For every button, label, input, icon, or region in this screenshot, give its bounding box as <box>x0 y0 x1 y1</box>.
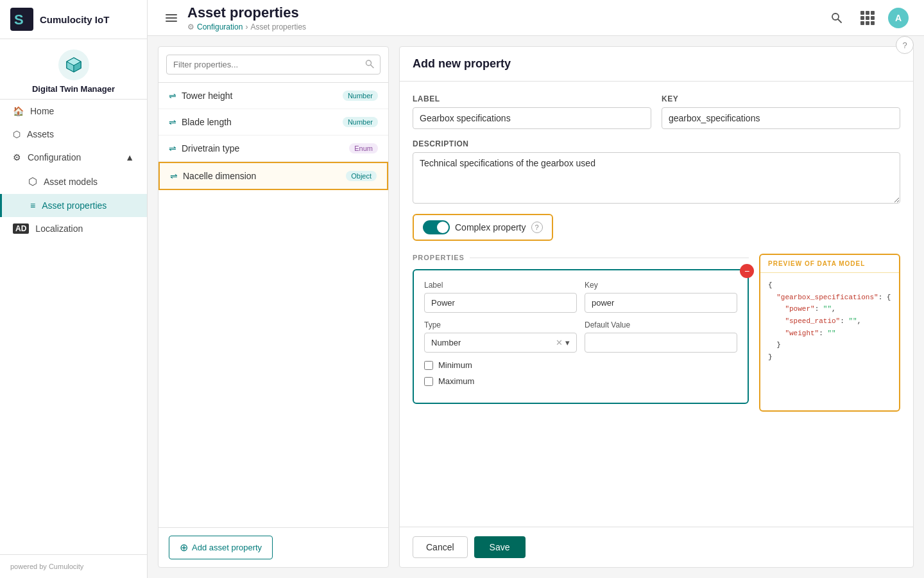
prop-item-name: Nacelle dimension <box>183 171 256 181</box>
card-type-label: Type <box>424 320 577 329</box>
sidebar-nav: 🏠 Home ⬡ Assets ⚙ Configuration ▲ ⬡ Asse… <box>0 100 147 240</box>
home-icon: 🏠 <box>13 106 24 116</box>
menu-icon[interactable] <box>163 12 180 24</box>
prop-item-name: Drivetrain type <box>182 143 239 153</box>
key-group: Key <box>662 94 900 129</box>
prop-item-icon: ⇌ <box>169 91 176 101</box>
card-default-group: Default Value <box>585 320 737 353</box>
filter-wrap <box>166 55 381 74</box>
prop-type-badge: Object <box>346 171 377 181</box>
remove-property-button[interactable]: − <box>740 264 754 278</box>
brand-logo: S <box>10 8 33 31</box>
card-default-label: Default Value <box>585 320 737 329</box>
filter-row <box>158 47 388 83</box>
prop-item-icon: ⇌ <box>170 171 178 181</box>
minimum-label: Minimum <box>438 360 472 370</box>
svg-line-9 <box>371 65 374 68</box>
prop-item-icon: ⇌ <box>169 143 176 153</box>
locale-icon: AD <box>13 223 29 234</box>
card-type-default-row: Type Number ✕ ▾ Default Value <box>424 320 737 353</box>
card-key-field-label: Key <box>585 281 737 290</box>
chevron-up-icon: ▲ <box>125 152 134 162</box>
props-icon: ≡ <box>30 200 35 211</box>
minimum-checkbox[interactable] <box>424 361 433 370</box>
label-field-label: Label <box>413 94 651 103</box>
save-button[interactable]: Save <box>474 536 526 558</box>
properties-form: PROPERTIES − Label Key <box>413 254 749 412</box>
prop-item-name: Tower height <box>182 91 232 101</box>
add-asset-property-button[interactable]: ⊕ Add asset property <box>169 536 273 559</box>
preview-code: { "gearbox_specifications": { "power": "… <box>760 273 899 370</box>
prop-item-icon: ⇌ <box>169 117 176 127</box>
grid-menu-button[interactable] <box>857 8 878 28</box>
complex-property-help-icon[interactable]: ? <box>531 222 543 233</box>
topbar-title-area: Asset properties ⚙ Configuration › Asset… <box>187 4 306 31</box>
list-item[interactable]: ⇌ Blade length Number <box>158 109 388 136</box>
main-area: Asset properties ⚙ Configuration › Asset… <box>148 0 924 578</box>
property-list: ⇌ Tower height Number ⇌ Blade length Num… <box>158 83 388 527</box>
sidebar-item-assets[interactable]: ⬡ Assets <box>0 123 147 146</box>
card-type-select[interactable]: Number ✕ ▾ <box>424 333 577 353</box>
svg-text:S: S <box>14 12 24 28</box>
complex-property-label: Complex property <box>455 222 526 232</box>
cube-icon <box>65 56 83 74</box>
type-chevron-down-icon[interactable]: ▾ <box>565 338 570 347</box>
maximum-checkbox[interactable] <box>424 377 433 386</box>
card-type-group: Type Number ✕ ▾ <box>424 320 577 353</box>
page-title: Asset properties <box>187 4 306 21</box>
svg-line-7 <box>838 19 841 22</box>
topbar-icons: A <box>826 8 909 28</box>
card-default-input[interactable] <box>585 333 737 353</box>
user-avatar[interactable]: A <box>888 8 909 28</box>
breadcrumb-config-link[interactable]: Configuration <box>197 22 243 31</box>
help-button[interactable]: ? <box>896 36 914 54</box>
complex-property-row: Complex property ? <box>413 214 900 241</box>
right-panel: Add new property Label Key <box>399 46 914 568</box>
card-label-input[interactable] <box>424 293 577 313</box>
sidebar-item-configuration[interactable]: ⚙ Configuration ▲ <box>0 146 147 169</box>
plus-icon: ⊕ <box>180 541 188 554</box>
filter-input[interactable] <box>166 55 381 74</box>
properties-container: PROPERTIES − Label Key <box>413 254 900 412</box>
models-icon: ⬡ <box>28 175 37 188</box>
assets-icon: ⬡ <box>13 129 21 139</box>
sidebar-item-home[interactable]: 🏠 Home <box>0 100 147 123</box>
filter-search-icon <box>365 59 374 70</box>
brand-name: Cumulocity IoT <box>40 14 109 25</box>
maximum-label: Maximum <box>438 376 474 386</box>
cancel-button[interactable]: Cancel <box>413 536 468 558</box>
label-input[interactable] <box>413 107 651 129</box>
description-row: Description Technical specifications of … <box>413 139 900 204</box>
list-item[interactable]: ⇌ Tower height Number <box>158 83 388 109</box>
sidebar-header: S Cumulocity IoT <box>0 0 147 39</box>
search-icon <box>831 12 843 24</box>
card-key-input[interactable] <box>585 293 737 313</box>
description-label: Description <box>413 139 900 148</box>
breadcrumb-current: Asset properties <box>250 22 306 31</box>
card-label-key-row: Label Key <box>424 281 737 313</box>
list-item[interactable]: ⇌ Drivetrain type Enum <box>158 136 388 162</box>
prop-item-name: Blade length <box>182 117 232 127</box>
description-textarea[interactable]: Technical specifications of the gearbox … <box>413 152 900 204</box>
sidebar-item-asset-properties[interactable]: ≡ Asset properties <box>0 194 147 217</box>
complex-property-toggle[interactable] <box>423 220 450 234</box>
complex-property-toggle-box: Complex property ? <box>413 214 553 241</box>
right-panel-footer: Cancel Save <box>400 527 913 567</box>
sidebar-item-label-models: Asset models <box>44 177 98 187</box>
grid-icon <box>860 11 875 25</box>
right-panel-header: Add new property <box>400 47 913 82</box>
description-group: Description Technical specifications of … <box>413 139 900 204</box>
config-icon: ⚙ <box>13 152 21 162</box>
gear-breadcrumb-icon: ⚙ <box>187 22 194 31</box>
type-clear-icon[interactable]: ✕ <box>556 338 563 347</box>
sidebar-item-localization[interactable]: AD Localization <box>0 217 147 240</box>
prop-type-badge: Number <box>343 117 378 127</box>
sidebar-footer: powered by Cumulocity <box>0 554 147 578</box>
search-button[interactable] <box>826 8 847 28</box>
right-panel-body: Label Key Description Technical specific… <box>400 82 913 527</box>
sidebar-item-asset-models[interactable]: ⬡ Asset models <box>0 169 147 194</box>
maximum-row: Maximum <box>424 376 737 386</box>
list-item-selected[interactable]: ⇌ Nacelle dimension Object <box>158 162 388 190</box>
key-input[interactable] <box>662 107 900 129</box>
breadcrumb: ⚙ Configuration › Asset properties <box>187 22 306 31</box>
